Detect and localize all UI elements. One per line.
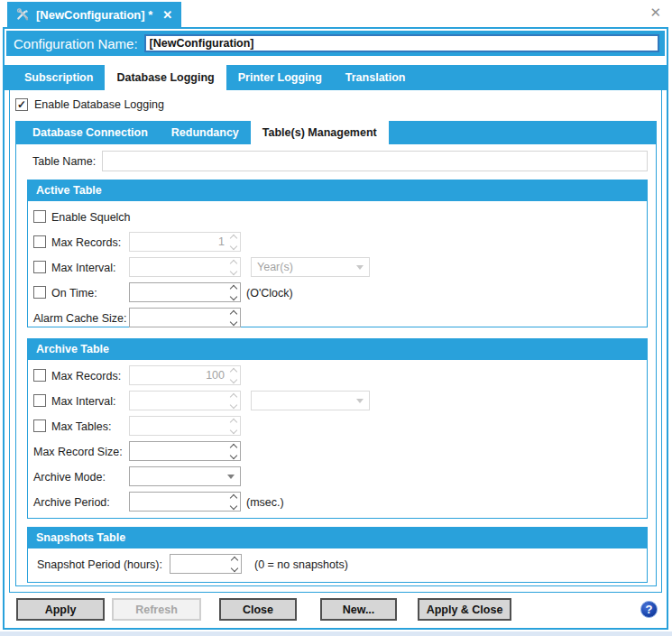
snapshot-period-label: Snapshot Period (hours):	[37, 558, 162, 571]
max-tables-spinner	[129, 416, 241, 436]
archive-max-records-input	[130, 366, 227, 384]
alarm-cache-size-row: Alarm Cache Size:	[28, 305, 647, 330]
main-tab-bar: Subscription Database Logging Printer Lo…	[5, 65, 667, 90]
enable-squelch-label: Enable Squelch	[51, 211, 131, 224]
max-record-size-input[interactable]	[130, 442, 227, 460]
max-record-size-spinner[interactable]	[129, 441, 241, 461]
archive-period-spinner[interactable]	[129, 492, 241, 512]
max-tables-checkbox[interactable]	[33, 419, 46, 432]
on-time-checkbox[interactable]	[33, 286, 46, 299]
archive-max-records-row: Max Records:	[28, 363, 647, 388]
active-max-records-checkbox[interactable]	[33, 235, 46, 248]
document-close-icon[interactable]: ✕	[162, 8, 172, 22]
tab-subscription[interactable]: Subscription	[13, 65, 105, 90]
tables-management-panel: Table Name: Active Table Enable Squelch …	[15, 144, 657, 586]
tab-printer-logging[interactable]: Printer Logging	[226, 65, 334, 90]
enable-database-logging-row: ✓ Enable Database Logging	[15, 98, 164, 111]
on-time-spinner[interactable]	[129, 282, 241, 302]
archive-max-interval-row: Max Interval:	[28, 388, 647, 413]
spinner-arrows-icon[interactable]	[227, 283, 240, 301]
active-max-interval-label: Max Interval:	[51, 262, 116, 274]
database-logging-panel: ✓ Enable Database Logging Database Conne…	[9, 90, 662, 593]
max-record-size-label: Max Record Size:	[33, 446, 123, 458]
help-icon[interactable]: ?	[640, 601, 658, 618]
max-tables-row: Max Tables:	[28, 413, 647, 438]
snapshot-period-row: Snapshot Period (hours): (0 = no snapsho…	[28, 551, 647, 576]
archive-mode-dropdown[interactable]	[129, 466, 241, 486]
active-table-group: Active Table Enable Squelch Max Records:	[27, 180, 648, 327]
on-time-suffix: (O'Clock)	[246, 287, 293, 300]
apply-close-button[interactable]: Apply & Close	[418, 598, 511, 621]
apply-button[interactable]: Apply	[16, 598, 105, 621]
spinner-arrows-icon[interactable]	[227, 493, 240, 511]
new-button[interactable]: New...	[320, 598, 397, 621]
configuration-dialog: Configuration Name: Subscription Databas…	[3, 27, 668, 630]
active-max-records-input	[130, 233, 227, 251]
configuration-name-input[interactable]	[144, 34, 659, 52]
tab-database-logging[interactable]: Database Logging	[105, 65, 226, 90]
dropdown-arrow-icon	[356, 265, 364, 270]
enable-database-logging-label: Enable Database Logging	[34, 98, 164, 111]
active-max-interval-checkbox[interactable]	[33, 261, 46, 273]
archive-mode-label: Archive Mode:	[33, 471, 106, 484]
configuration-name-label: Configuration Name:	[14, 36, 138, 51]
active-max-records-spinner	[129, 232, 241, 252]
active-max-interval-unit-dropdown: Year(s)	[251, 257, 370, 277]
spinner-arrows-icon[interactable]	[227, 309, 240, 327]
max-tables-label: Max Tables:	[51, 420, 111, 433]
alarm-cache-size-input[interactable]	[130, 309, 227, 327]
snapshot-period-suffix: (0 = no snapshots)	[254, 558, 348, 571]
enable-squelch-row: Enable Squelch	[28, 204, 647, 229]
tab-database-connection[interactable]: Database Connection	[21, 121, 160, 144]
snapshot-period-input[interactable]	[170, 555, 228, 573]
alarm-cache-size-spinner[interactable]	[129, 308, 241, 327]
active-table-header: Active Table	[28, 180, 647, 201]
spinner-arrows-icon	[227, 417, 240, 435]
table-name-input[interactable]	[102, 151, 648, 171]
archive-mode-row: Archive Mode:	[28, 464, 647, 489]
snapshot-period-spinner[interactable]	[170, 554, 242, 574]
archive-max-interval-unit-dropdown	[251, 391, 370, 410]
tab-tables-management[interactable]: Table(s) Management	[251, 121, 389, 144]
spinner-arrows-icon	[227, 366, 240, 384]
active-max-interval-row: Max Interval: Year(s)	[28, 254, 647, 280]
active-max-records-row: Max Records:	[28, 229, 647, 254]
window-close-icon[interactable]: ✕	[649, 5, 661, 21]
archive-max-records-spinner	[129, 365, 241, 385]
document-tab[interactable]: [NewConfiguration] * ✕	[7, 2, 181, 27]
inner-tab-bar: Database Connection Redundancy Table(s) …	[15, 121, 657, 144]
on-time-input[interactable]	[130, 283, 227, 301]
enable-squelch-checkbox[interactable]	[33, 210, 46, 223]
active-max-interval-input	[130, 258, 227, 276]
dropdown-arrow-icon	[356, 399, 364, 403]
dropdown-arrow-icon	[227, 475, 235, 479]
max-tables-input	[130, 417, 227, 435]
on-time-label: On Time:	[51, 287, 97, 300]
archive-max-records-checkbox[interactable]	[33, 369, 46, 382]
refresh-button: Refresh	[112, 598, 201, 621]
archive-max-interval-input	[130, 392, 227, 410]
enable-database-logging-checkbox[interactable]: ✓	[15, 98, 28, 111]
max-record-size-row: Max Record Size:	[28, 438, 647, 464]
alarm-cache-size-label: Alarm Cache Size:	[33, 312, 127, 325]
spinner-arrows-icon[interactable]	[228, 555, 241, 573]
tools-icon	[16, 8, 30, 22]
spinner-arrows-icon	[227, 233, 240, 251]
active-max-interval-unit-value: Year(s)	[257, 261, 356, 273]
archive-period-label: Archive Period:	[33, 496, 110, 509]
spinner-arrows-icon[interactable]	[227, 442, 240, 460]
tab-translation[interactable]: Translation	[334, 65, 418, 90]
archive-period-input[interactable]	[130, 493, 227, 511]
close-button[interactable]: Close	[219, 598, 297, 621]
active-max-records-label: Max Records:	[51, 236, 121, 249]
tab-redundancy[interactable]: Redundancy	[160, 121, 251, 144]
archive-max-interval-label: Max Interval:	[51, 395, 116, 408]
archive-period-suffix: (msec.)	[246, 496, 284, 509]
snapshots-table-group: Snapshots Table Snapshot Period (hours):…	[27, 527, 648, 583]
archive-period-row: Archive Period: (msec.)	[28, 489, 647, 514]
archive-max-interval-spinner	[129, 391, 241, 410]
archive-max-interval-checkbox[interactable]	[33, 394, 46, 407]
on-time-row: On Time: (O'Clock)	[28, 280, 647, 305]
archive-table-header: Archive Table	[28, 339, 647, 360]
document-tab-title: [NewConfiguration] *	[36, 8, 152, 22]
